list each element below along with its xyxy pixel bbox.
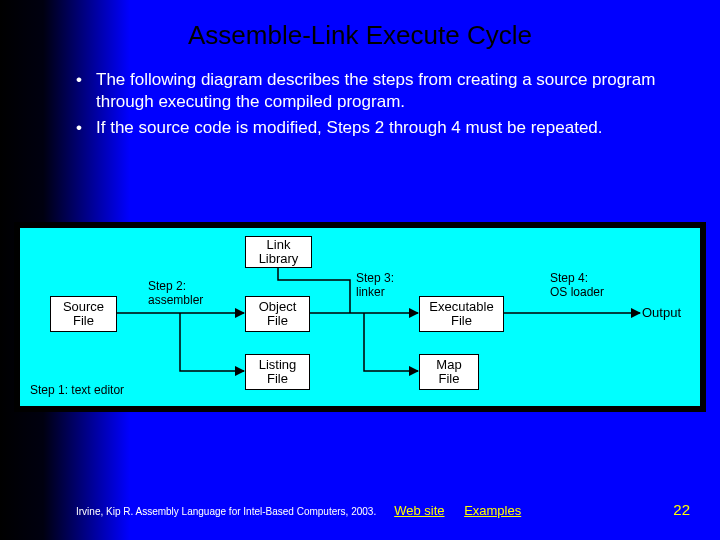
label-output: Output bbox=[642, 305, 681, 320]
link-examples[interactable]: Examples bbox=[464, 503, 521, 518]
box-listing-file: ListingFile bbox=[245, 354, 310, 390]
slide-title: Assemble-Link Execute Cycle bbox=[0, 0, 720, 69]
bullet-list: The following diagram describes the step… bbox=[0, 69, 720, 138]
box-object-file: ObjectFile bbox=[245, 296, 310, 332]
diagram-arrows bbox=[20, 228, 700, 406]
box-map-file: MapFile bbox=[419, 354, 479, 390]
diagram-canvas: SourceFile LinkLibrary ObjectFile Listin… bbox=[20, 228, 700, 406]
citation: Irvine, Kip R. Assembly Language for Int… bbox=[76, 506, 376, 517]
box-source-file: SourceFile bbox=[50, 296, 117, 332]
bullet-item: If the source code is modified, Steps 2 … bbox=[76, 117, 676, 139]
label-step1: Step 1: text editor bbox=[30, 384, 124, 398]
box-link-library: LinkLibrary bbox=[245, 236, 312, 268]
page-number: 22 bbox=[673, 501, 690, 518]
link-web-site[interactable]: Web site bbox=[394, 503, 444, 518]
label-step2: Step 2:assembler bbox=[148, 280, 203, 308]
diagram-frame: SourceFile LinkLibrary ObjectFile Listin… bbox=[14, 222, 706, 412]
label-step4: Step 4:OS loader bbox=[550, 272, 604, 300]
footer: Irvine, Kip R. Assembly Language for Int… bbox=[76, 501, 690, 518]
label-step3: Step 3:linker bbox=[356, 272, 394, 300]
bullet-item: The following diagram describes the step… bbox=[76, 69, 676, 113]
box-executable-file: ExecutableFile bbox=[419, 296, 504, 332]
